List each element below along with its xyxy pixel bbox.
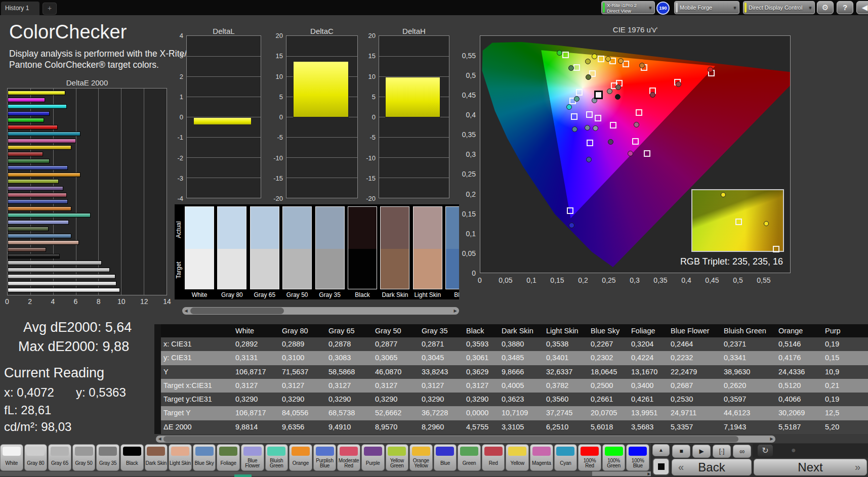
swatch-target: [414, 249, 442, 289]
table-cell: 0,2267: [588, 337, 629, 351]
patch-bar-accent: [234, 474, 252, 477]
patch-tile-purple[interactable]: Purple: [361, 444, 385, 471]
source-dropdown[interactable]: Mobile Forge ▼: [674, 1, 739, 14]
help-button[interactable]: ?: [837, 1, 853, 14]
table-cell: 0,2302: [588, 351, 629, 365]
axis-tick-label: 0,05: [499, 276, 512, 284]
collapse-panel-button[interactable]: ◀: [856, 1, 868, 14]
scrollbar-thumb[interactable]: [163, 436, 738, 442]
patch-tile-red[interactable]: Red: [482, 444, 505, 471]
patch-tile-gray-35[interactable]: Gray 35: [96, 444, 119, 471]
meter-dropdown[interactable]: X-Rite i1Pro 2Direct View ▼: [601, 1, 655, 14]
scroll-right-icon[interactable]: ▶: [451, 307, 459, 315]
patch-tile-orange[interactable]: Orange: [289, 444, 312, 471]
patch-tile-label: Red: [489, 456, 498, 470]
pattern-range-button[interactable]: [·]: [713, 445, 731, 458]
patch-tile-yellow[interactable]: Yellow: [506, 444, 529, 471]
axis-tick-label: 0,45: [705, 276, 719, 284]
swatch-actual: [283, 207, 311, 249]
ddc-dropdown[interactable]: Direct Display Control ▼: [743, 1, 815, 14]
table-cell: 0,0000: [464, 406, 499, 420]
measured-point: [585, 59, 591, 64]
patch-tile-yellow-green[interactable]: Yellow Green: [386, 444, 409, 471]
patch-tile-magenta[interactable]: Magenta: [530, 444, 553, 471]
patch-tile-orange-yellow[interactable]: Orange Yellow: [409, 444, 433, 471]
scroll-right-icon[interactable]: ▶: [768, 436, 775, 443]
deltae-bar: [8, 152, 43, 156]
scroll-up-button[interactable]: ▲: [652, 444, 670, 456]
play-button[interactable]: ▶: [692, 445, 711, 458]
settings-button[interactable]: ⚙: [817, 1, 834, 14]
patch-tile-100-blue[interactable]: 100% Blue: [626, 444, 649, 471]
new-tab-button[interactable]: +: [43, 3, 57, 15]
scrollbar-thumb[interactable]: [190, 308, 284, 314]
swatch-strip-scrollbar[interactable]: ◀ ▶: [182, 307, 459, 315]
deltae-bar: [8, 104, 67, 109]
axis-tick-label: 8: [97, 297, 101, 306]
measured-point: [608, 139, 613, 145]
scroll-left-icon[interactable]: ◀: [182, 307, 190, 315]
deltae-bar: [8, 111, 50, 116]
patch-tile-100-green[interactable]: 100% Green: [602, 444, 626, 471]
patch-tile-light-skin[interactable]: Light Skin: [169, 444, 192, 471]
swatch-patch: [315, 206, 345, 289]
patch-tile-moderate-red[interactable]: Moderate Red: [337, 444, 360, 471]
patch-tile-blue-flower[interactable]: Blue Flower: [241, 444, 264, 471]
refresh-button[interactable]: ↻: [758, 445, 773, 457]
patch-tile-gray-80[interactable]: Gray 80: [24, 444, 48, 471]
back-button[interactable]: « Back: [672, 459, 752, 475]
table-cell: 0,3045: [419, 351, 464, 365]
patch-tile-black[interactable]: Black: [120, 444, 144, 471]
table-cell: 32,6337: [544, 365, 588, 379]
patch-tile-dark-skin[interactable]: Dark Skin: [145, 444, 168, 471]
table-cell: 0,2878: [326, 337, 373, 351]
avg-de2000: Avg dE2000: 5,64: [23, 320, 132, 335]
table-cell: 0,3127: [326, 379, 373, 393]
deltae-bar: [8, 274, 115, 279]
patch-bar-scrollbar[interactable]: ▶: [0, 471, 651, 476]
patch-tile-label: Purplish Blue: [314, 456, 336, 470]
axis-tick-label: 5: [372, 93, 376, 100]
axis-tick-label: 0,55: [462, 52, 476, 60]
patch-tile-white[interactable]: White: [0, 444, 23, 471]
target-point: [586, 111, 593, 118]
gridline: [187, 76, 261, 77]
patch-tile-gray-50[interactable]: Gray 50: [72, 444, 96, 471]
axis-tick-label: 6: [74, 297, 78, 306]
scrollbar-thumb[interactable]: [0, 471, 592, 476]
page-title: ColorChecker: [9, 21, 127, 43]
target-row-label: Target: [175, 250, 183, 290]
table-cell: 52,6662: [373, 406, 419, 420]
table-cell: 0,2892: [233, 337, 279, 351]
gridline: [167, 89, 167, 295]
swatch-label: Gray 50: [282, 291, 312, 298]
table-header-cell: Orange: [776, 324, 822, 337]
stop-button[interactable]: ■: [672, 445, 690, 458]
next-button[interactable]: Next »: [754, 459, 867, 475]
patch-tile-blue-sky[interactable]: Blue Sky: [193, 444, 216, 471]
table-cell: 0,3401: [544, 351, 588, 365]
axis-tick-label: 0,35: [653, 276, 667, 284]
patch-tile-label: Gray 65: [51, 456, 68, 470]
patch-color-swatch: [605, 447, 623, 456]
patch-tile-purplish-blue[interactable]: Purplish Blue: [313, 444, 337, 471]
table-cell: 0,3131: [233, 351, 279, 365]
measured-point: [650, 92, 655, 98]
continuous-read-button[interactable]: ∞: [733, 445, 751, 458]
patch-tile-cyan[interactable]: Cyan: [554, 444, 577, 471]
patch-tile-green[interactable]: Green: [458, 444, 481, 471]
table-scrollbar[interactable]: ◀ ▶: [156, 436, 775, 443]
scroll-right-icon[interactable]: ▶: [648, 471, 650, 476]
patch-tile-gray-65[interactable]: Gray 65: [48, 444, 71, 471]
deltae-bars: [8, 89, 167, 295]
swatch-patch: [380, 206, 409, 289]
tab-history-1[interactable]: History 1: [1, 2, 39, 15]
patch-tile-foliage[interactable]: Foliage: [217, 444, 240, 471]
patch-tile-bluish-green[interactable]: Bluish Green: [265, 444, 288, 471]
table-row: ΔE 20009,88149,63569,49108,95708,29604,5…: [154, 420, 868, 434]
axis-tick-label: 5: [279, 93, 283, 100]
scroll-left-icon[interactable]: ◀: [156, 436, 163, 443]
patch-tile-100-red[interactable]: 100% Red: [578, 444, 601, 471]
patch-tile-blue[interactable]: Blue: [434, 444, 457, 471]
pattern-window-button[interactable]: [652, 458, 670, 475]
